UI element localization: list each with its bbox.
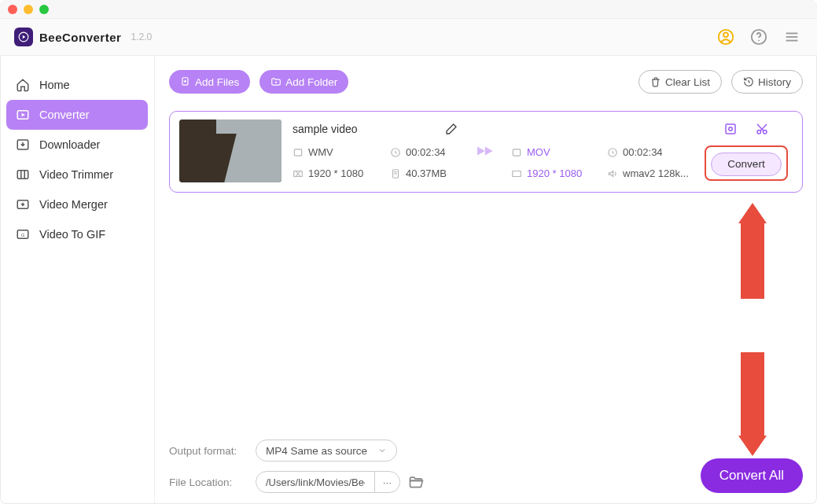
converter-icon <box>14 106 31 123</box>
sidebar-item-label: Video To GIF <box>39 228 105 241</box>
svg-point-3 <box>723 32 728 37</box>
history-icon <box>743 76 754 87</box>
window-maximize-button[interactable] <box>39 5 49 14</box>
annotation-arrow-to-convert <box>741 220 764 299</box>
trash-icon <box>650 76 661 87</box>
size-icon <box>390 168 401 179</box>
format-icon <box>293 147 304 158</box>
menu-icon[interactable] <box>781 26 803 48</box>
convert-button-highlight: Convert <box>705 145 788 181</box>
gif-icon: G <box>14 226 31 243</box>
help-icon[interactable] <box>748 26 770 48</box>
window-minimize-button[interactable] <box>24 5 33 14</box>
toolbar: Add Files Add Folder Clear List History <box>169 70 803 94</box>
svg-marker-10 <box>22 113 26 117</box>
file-card: sample video WMV 00:02:34 1920 * 1080 40… <box>169 111 803 193</box>
svg-text:G: G <box>21 233 25 237</box>
file-location-label: File Location: <box>169 476 245 488</box>
svg-marker-1 <box>23 35 25 39</box>
svg-rect-28 <box>726 124 735 134</box>
add-files-button[interactable]: Add Files <box>169 70 250 94</box>
resolution-icon <box>511 168 522 179</box>
clear-list-button[interactable]: Clear List <box>639 70 722 94</box>
settings-mini-icon[interactable] <box>723 122 738 136</box>
app-name: BeeConverter <box>39 31 121 44</box>
sidebar-item-label: Video Merger <box>39 198 108 211</box>
sidebar-item-downloader[interactable]: Downloader <box>6 130 148 160</box>
dst-format[interactable]: MOV <box>527 146 550 158</box>
browse-path-button[interactable]: ··· <box>374 472 399 492</box>
app-window: BeeConverter 1.2.0 Home Converter Dow <box>0 0 817 504</box>
clock-icon <box>390 147 401 158</box>
resolution-icon <box>293 168 304 179</box>
sidebar-item-trimmer[interactable]: Video Trimmer <box>6 160 148 189</box>
svg-point-29 <box>729 127 733 131</box>
clear-list-label: Clear List <box>665 76 710 88</box>
merger-icon <box>14 196 31 213</box>
svg-point-30 <box>757 130 761 134</box>
history-label: History <box>758 76 791 88</box>
sidebar-item-label: Home <box>39 79 70 91</box>
output-format-select[interactable]: MP4 Same as source <box>256 440 397 462</box>
app-header: BeeConverter 1.2.0 <box>0 19 817 56</box>
app-version: 1.2.0 <box>131 31 152 42</box>
trimmer-icon <box>14 166 31 183</box>
edit-title-icon[interactable] <box>445 123 458 135</box>
convert-button[interactable]: Convert <box>711 153 782 176</box>
audio-icon <box>607 168 618 179</box>
svg-rect-25 <box>513 149 520 155</box>
add-files-label: Add Files <box>195 76 239 88</box>
src-duration: 00:02:34 <box>406 146 446 158</box>
file-location-input[interactable] <box>256 476 374 488</box>
video-thumbnail <box>179 120 282 182</box>
sidebar-item-merger[interactable]: Video Merger <box>6 189 148 219</box>
add-folder-icon <box>270 76 282 87</box>
svg-rect-12 <box>17 171 28 179</box>
bottom-bar: Output format: MP4 Same as source File L… <box>169 440 803 493</box>
sidebar-item-label: Converter <box>39 109 90 121</box>
window-close-button[interactable] <box>8 5 17 14</box>
svg-rect-17 <box>294 149 301 155</box>
svg-point-5 <box>758 40 760 42</box>
convert-all-button[interactable]: Convert All <box>701 458 803 493</box>
svg-rect-27 <box>513 171 521 176</box>
src-size: 40.37MB <box>406 167 447 179</box>
svg-marker-24 <box>485 146 493 155</box>
dst-duration: 00:02:34 <box>623 146 663 158</box>
conversion-arrow-icon <box>477 120 500 182</box>
add-folder-label: Add Folder <box>285 76 337 88</box>
output-format-label: Output format: <box>169 445 245 457</box>
add-files-icon <box>180 76 191 87</box>
app-logo <box>14 28 33 46</box>
svg-point-31 <box>764 130 767 134</box>
cut-icon[interactable] <box>755 122 769 136</box>
chevron-down-icon <box>377 446 387 455</box>
dst-resolution[interactable]: 1920 * 1080 <box>527 167 582 179</box>
sidebar-item-label: Downloader <box>39 138 100 151</box>
history-button[interactable]: History <box>731 70 803 94</box>
annotation-arrow-to-convert-all <box>741 352 764 439</box>
sidebar-item-gif[interactable]: G Video To GIF <box>6 219 148 249</box>
home-icon <box>14 76 31 94</box>
clock-icon <box>607 147 618 158</box>
titlebar <box>0 0 817 19</box>
sidebar-item-home[interactable]: Home <box>6 70 148 100</box>
add-folder-button[interactable]: Add Folder <box>259 70 348 94</box>
output-format-value: MP4 Same as source <box>266 445 367 457</box>
dst-audio: wmav2 128k... <box>623 167 689 179</box>
download-icon <box>14 136 31 153</box>
sidebar: Home Converter Downloader Video Trimmer … <box>0 56 155 504</box>
open-folder-icon[interactable] <box>408 474 424 490</box>
src-format: WMV <box>308 146 333 158</box>
sidebar-item-label: Video Trimmer <box>39 168 113 181</box>
file-title: sample video <box>293 123 358 135</box>
sidebar-item-converter[interactable]: Converter <box>6 100 148 130</box>
svg-marker-23 <box>477 146 485 155</box>
format-icon <box>511 147 522 158</box>
src-resolution: 1920 * 1080 <box>308 167 363 179</box>
account-icon[interactable] <box>715 26 737 48</box>
main-panel: Add Files Add Folder Clear List History <box>155 56 817 504</box>
